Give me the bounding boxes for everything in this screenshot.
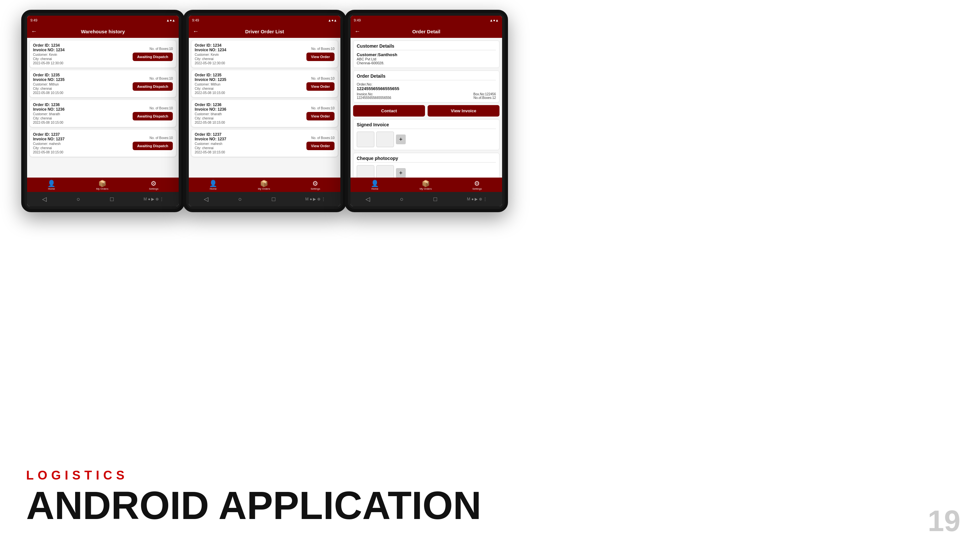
city-2-3: City: chennai: [195, 116, 306, 120]
home-label-3: Home: [371, 187, 378, 190]
date-1-3: 2022-05-08 10:15:00: [33, 121, 133, 124]
order-right-2-4: No. of Boxes:10 View Order: [306, 136, 334, 150]
orders-icon-1: 📦: [98, 179, 107, 187]
android-recent-2[interactable]: □: [272, 196, 275, 203]
order-list-2: Order ID: 1234 Invoice NO: 1234 Customer…: [189, 38, 340, 183]
home-icon-1: 👤: [48, 179, 56, 187]
order-info-1-1: Order ID: 1234 Invoice NO: 1234 Customer…: [33, 43, 133, 65]
order-card-2-4: Order ID: 1237 Invoice NO: 1237 Customer…: [191, 130, 338, 157]
settings-label-1: Settings: [149, 187, 158, 190]
nav-home-3[interactable]: 👤 Home: [371, 179, 379, 190]
android-home-3[interactable]: ○: [400, 196, 403, 203]
dispatch-btn-1-4[interactable]: Awaiting Dispatch: [133, 142, 173, 150]
order-id-2-1: Order ID: 1234: [195, 43, 306, 48]
view-order-btn-2-4[interactable]: View Order: [306, 142, 334, 150]
signed-thumb-1: [357, 132, 374, 147]
signed-invoice-title: Signed Invoice: [357, 122, 496, 129]
app-icons-2: M ● ▶ ⊕ ⋮: [305, 197, 326, 202]
nav-orders-2[interactable]: 📦 My Orders: [258, 179, 270, 190]
city-1-4: City: chennai: [33, 146, 133, 150]
android-recent-1[interactable]: □: [110, 196, 114, 203]
date-2-3: 2022-05-08 10:15:00: [195, 121, 306, 124]
android-back-3[interactable]: ◁: [366, 195, 370, 203]
order-info-2-3: Order ID: 1236 Invoice NO: 1236 Customer…: [195, 103, 306, 124]
dispatch-btn-1-3[interactable]: Awaiting Dispatch: [133, 112, 173, 121]
view-invoice-button[interactable]: View Invoice: [428, 105, 500, 116]
android-back-1[interactable]: ◁: [42, 195, 47, 203]
android-back-2[interactable]: ◁: [204, 195, 208, 203]
customer-details-title: Customer Details: [357, 43, 496, 50]
app-icons-3: M ● ▶ ⊕ ⋮: [467, 197, 487, 202]
signed-add-button[interactable]: +: [396, 135, 406, 144]
customer-details-section: Customer Details Customer:Santhosh ABC P…: [353, 40, 500, 68]
invoice-no-label: Invoice.No:: [357, 92, 391, 96]
signed-thumb-2: [376, 132, 394, 147]
order-id-1-3: Order ID: 1236: [33, 103, 133, 107]
date-1-4: 2022-05-08 10:15:00: [33, 151, 133, 154]
dispatch-btn-1-1[interactable]: Awaiting Dispatch: [133, 52, 173, 61]
order-info-1-4: Order ID: 1237 Invoice NO: 1237 Customer…: [33, 132, 133, 154]
view-order-btn-2-3[interactable]: View Order: [306, 112, 334, 121]
nav-settings-3[interactable]: ⚙ Settings: [473, 179, 482, 190]
order-no-label: Order.No:: [357, 82, 496, 86]
orders-label-1: My Orders: [96, 187, 108, 190]
invoice-no-1-1: Invoice NO: 1234: [33, 48, 133, 52]
dispatch-btn-1-2[interactable]: Awaiting Dispatch: [133, 82, 173, 91]
signed-invoice-section: Signed Invoice +: [353, 119, 500, 150]
back-arrow-3[interactable]: ←: [355, 28, 360, 35]
status-bar-2: 9:49 ▲●▲: [189, 16, 340, 25]
order-card-1-2: Order ID: 1235 Invoice NO: 1235 Customer…: [30, 70, 176, 97]
bottom-nav-3: 👤 Home 📦 My Orders ⚙ Settings: [350, 178, 502, 192]
back-arrow-1[interactable]: ←: [31, 28, 37, 35]
boxes-2-4: No. of Boxes:10: [306, 136, 334, 140]
nav-home-2[interactable]: 👤 Home: [209, 179, 217, 190]
bottom-nav-2: 👤 Home 📦 My Orders ⚙ Settings: [189, 178, 340, 192]
box-detail-right: Box.No:122456 No.of.Boxes:12: [473, 92, 496, 100]
city-2-1: City: chennai: [195, 57, 306, 61]
status-time-1: 9:49: [30, 18, 37, 22]
status-icons-3: ▲●▲: [490, 18, 499, 22]
action-buttons: Contact View Invoice: [353, 105, 500, 116]
tablet-2: 9:49 ▲●▲ ← Driver Order List Order ID: 1…: [183, 10, 346, 212]
order-details-section: Order Details Order.No: 1224555655665556…: [353, 70, 500, 103]
header-title-1: Warehouse history: [81, 29, 125, 34]
bottom-nav-1: 👤 Home 📦 My Orders ⚙ Settings: [27, 178, 179, 192]
nav-settings-1[interactable]: ⚙ Settings: [149, 179, 158, 190]
settings-icon-3: ⚙: [474, 179, 480, 187]
view-order-btn-2-1[interactable]: View Order: [306, 52, 334, 61]
home-icon-3: 👤: [371, 179, 379, 187]
settings-label-3: Settings: [473, 187, 482, 190]
android-home-2[interactable]: ○: [238, 196, 242, 203]
settings-icon-2: ⚙: [312, 179, 318, 187]
order-card-2-1: Order ID: 1234 Invoice NO: 1234 Customer…: [191, 40, 338, 68]
home-icon-2: 👤: [209, 179, 217, 187]
company-name: ABC Pvt Ltd: [357, 57, 496, 61]
bottom-section: LOGISTICS ANDROID APPLICATION: [26, 468, 481, 525]
boxes-2-2: No. of Boxes:10: [306, 77, 334, 80]
nav-orders-3[interactable]: 📦 My Orders: [420, 179, 431, 190]
status-bar-1: 9:49 ▲●▲: [27, 16, 179, 25]
order-right-2-1: No. of Boxes:10 View Order: [306, 47, 334, 61]
back-arrow-2[interactable]: ←: [193, 28, 199, 35]
order-list-1: Order ID: 1234 Invoice NO: 1234 Customer…: [27, 38, 179, 183]
order-card-1-1: Order ID: 1234 Invoice NO: 1234 Customer…: [30, 40, 176, 68]
contact-button[interactable]: Contact: [353, 105, 425, 116]
cheque-add-button[interactable]: +: [396, 168, 406, 178]
nav-orders-1[interactable]: 📦 My Orders: [96, 179, 108, 190]
boxes-count-label: No.of.Boxes:12: [473, 96, 496, 100]
nav-home-1[interactable]: 👤 Home: [48, 179, 56, 190]
order-info-1-2: Order ID: 1235 Invoice NO: 1235 Customer…: [33, 73, 133, 95]
android-home-1[interactable]: ○: [76, 196, 80, 203]
nav-settings-2[interactable]: ⚙ Settings: [311, 179, 320, 190]
boxes-1-4: No. of Boxes:10: [133, 136, 173, 140]
status-icons-2: ▲●▲: [328, 18, 337, 22]
home-label-1: Home: [48, 187, 55, 190]
boxes-1-3: No. of Boxes:10: [133, 106, 173, 110]
order-details-title: Order Details: [357, 73, 496, 80]
view-order-btn-2-2[interactable]: View Order: [306, 82, 334, 91]
android-recent-3[interactable]: □: [433, 196, 437, 203]
status-time-2: 9:49: [192, 18, 199, 22]
city-1-3: City: chennai: [33, 116, 133, 120]
status-bar-3: 9:49 ▲●▲: [350, 16, 502, 25]
customer-2-1: Customer: Kevin: [195, 53, 306, 57]
